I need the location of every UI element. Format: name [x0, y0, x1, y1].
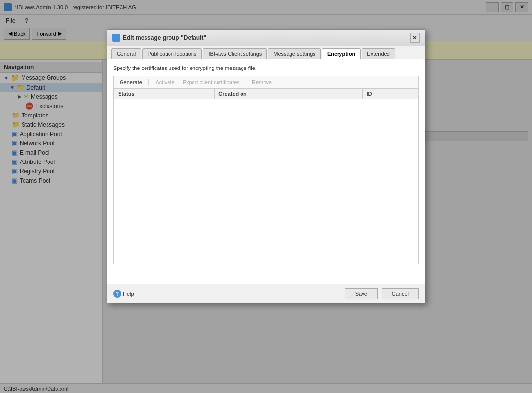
tab-message-settings[interactable]: Message settings: [268, 48, 321, 59]
col-status: Status: [114, 89, 215, 99]
dialog-title: Edit message group "Default": [123, 34, 407, 41]
tab-ibi-aws-client-settings[interactable]: IBI-aws Client settings: [203, 48, 267, 59]
dialog-content: Specify the certificates used for encryp…: [107, 59, 425, 284]
dialog-description: Specify the certificates used for encryp…: [113, 65, 419, 71]
help-label: Help: [123, 291, 134, 297]
dialog-footer: ? Help Save Cancel: [107, 284, 425, 303]
tab-general[interactable]: General: [111, 48, 141, 59]
col-created-on: Created on: [215, 89, 363, 99]
remove-button[interactable]: Remove: [250, 78, 274, 86]
dialog-title-bar: Edit message group "Default" ✕: [107, 30, 425, 46]
cert-table: Status Created on ID: [114, 89, 418, 99]
generate-button[interactable]: Generate: [118, 78, 144, 86]
dialog-icon: [112, 34, 120, 42]
dialog: Edit message group "Default" ✕ General P…: [107, 29, 425, 303]
col-id: ID: [363, 89, 418, 99]
save-button[interactable]: Save: [345, 288, 378, 299]
dialog-close-button[interactable]: ✕: [410, 33, 420, 43]
footer-buttons: Save Cancel: [345, 288, 419, 299]
activate-button[interactable]: Activate: [154, 78, 177, 86]
help-icon: ?: [113, 290, 121, 298]
cancel-button[interactable]: Cancel: [382, 288, 419, 299]
modal-overlay: Edit message group "Default" ✕ General P…: [0, 0, 532, 393]
help-button[interactable]: ? Help: [113, 290, 134, 298]
tab-encryption[interactable]: Encryption: [322, 48, 361, 59]
separator-1: |: [148, 78, 150, 86]
tab-extended[interactable]: Extended: [362, 48, 395, 59]
tab-bar: General Publication locations IBI-aws Cl…: [107, 46, 425, 59]
tab-publication-locations[interactable]: Publication locations: [142, 48, 202, 59]
cert-table-container: Status Created on ID: [113, 88, 419, 264]
export-button[interactable]: Export client certificates...: [181, 78, 246, 86]
cert-toolbar: Generate | Activate Export client certif…: [113, 76, 419, 88]
